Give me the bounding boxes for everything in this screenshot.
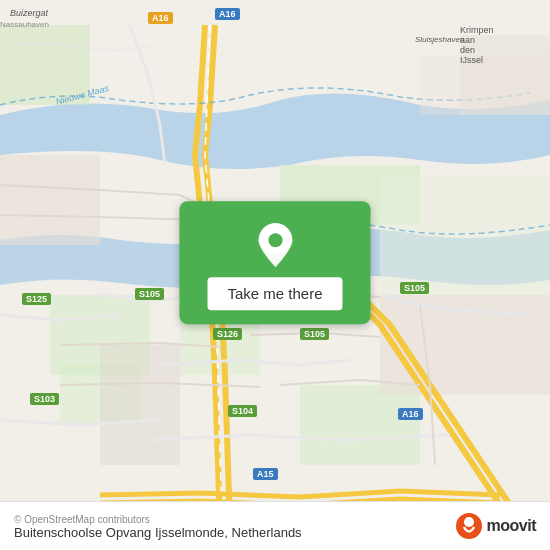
road-label-a16-top: A16	[215, 8, 240, 20]
info-bar: © OpenStreetMap contributors Buitenschoo…	[0, 501, 550, 550]
road-label-s105-mid: S105	[300, 328, 329, 340]
moovit-logo: moovit	[455, 512, 536, 540]
road-label-s104: S104	[228, 405, 257, 417]
nassauhaven-label: Nassauhaven	[0, 20, 49, 29]
info-bar-left: © OpenStreetMap contributors Buitenschoo…	[14, 512, 302, 540]
moovit-logo-icon	[455, 512, 483, 540]
road-label-s105-left: S105	[135, 288, 164, 300]
road-label-s105-right: S105	[400, 282, 429, 294]
road-label-s125: S125	[22, 293, 51, 305]
location-pin-icon	[255, 221, 295, 269]
green-panel: Take me there	[179, 201, 370, 324]
svg-point-16	[464, 517, 474, 527]
copyright-text: © OpenStreetMap contributors	[14, 514, 302, 525]
svg-rect-7	[380, 175, 550, 295]
moovit-brand-name: moovit	[487, 517, 536, 535]
sluisjeshaven-label: Sluisjeshaven	[415, 35, 464, 44]
buizergat-label: Buizergat	[10, 8, 48, 18]
svg-rect-5	[300, 385, 420, 465]
location-name: Buitenschoolse Opvang Ijsselmonde, Nethe…	[14, 525, 302, 540]
take-me-there-container: Take me there	[179, 201, 370, 324]
road-label-s108: A16	[148, 12, 173, 24]
svg-point-14	[268, 233, 282, 247]
road-label-s103: S103	[30, 393, 59, 405]
take-me-there-button[interactable]: Take me there	[207, 277, 342, 310]
road-label-a16-bot: A16	[398, 408, 423, 420]
road-label-a15: A15	[253, 468, 278, 480]
map-container: A16 A16 S108 S105 S125 S105 S126 S105 S1…	[0, 0, 550, 550]
svg-rect-8	[0, 155, 100, 245]
krimpen-label: KrimpenaandenIJssel	[460, 25, 494, 65]
road-label-s126: S126	[213, 328, 242, 340]
